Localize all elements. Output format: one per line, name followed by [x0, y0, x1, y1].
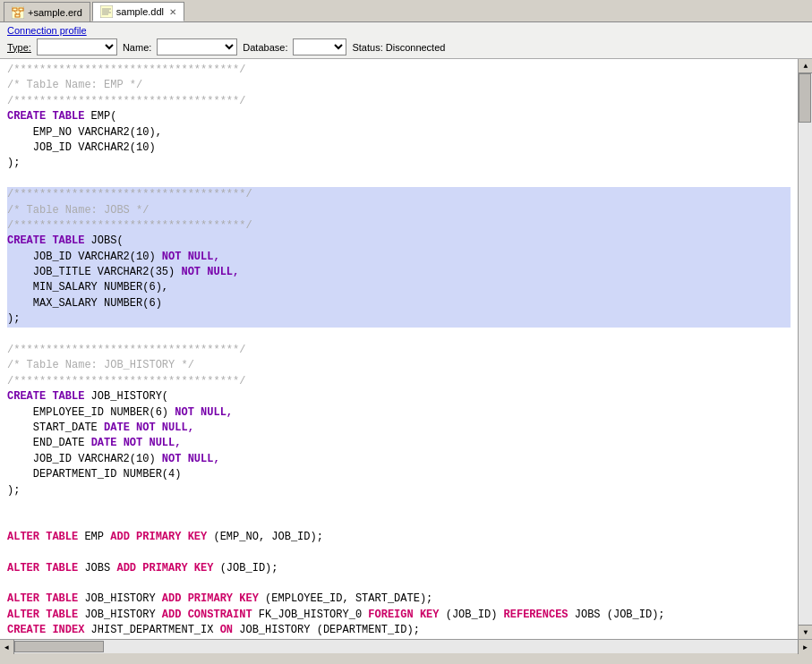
code-line: ); — [7, 483, 791, 498]
code-comment: /* Table Name: JOBS */ — [7, 203, 791, 218]
keyword: NOT NULL, — [136, 421, 194, 434]
code-comment: /***********************************/ — [7, 95, 245, 107]
connection-profile-link[interactable]: Connection profile — [7, 25, 805, 36]
code-editor[interactable]: /***********************************/ /*… — [0, 59, 798, 639]
code-line: CREATE INDEX JHIST_DEPARTMENT_IX ON JOB_… — [7, 623, 791, 638]
code-text: ); — [7, 157, 20, 169]
scrollbar-down-button[interactable]: ▼ — [799, 625, 812, 639]
keyword-alter: ALTER TABLE — [7, 592, 78, 605]
code-line: ALTER TABLE EMP ADD PRIMARY KEY (EMP_NO,… — [7, 530, 791, 545]
svg-rect-6 — [100, 5, 113, 18]
code-text: EMP — [78, 531, 110, 543]
ddl-file-icon — [100, 5, 113, 18]
code-text: JOB_HISTORY (DEPARTMENT_ID); — [233, 624, 420, 636]
tab-ddl-close[interactable]: ✕ — [169, 7, 176, 17]
code-text: JOBS( — [84, 234, 123, 247]
database-label: Database: — [243, 42, 287, 53]
keyword: NOT NULL, — [175, 406, 233, 419]
tab-erd-label: +sample.erd — [28, 7, 82, 18]
code-text: (JOB_ID) — [440, 609, 504, 621]
code-line: ); — [7, 311, 791, 327]
keyword: CREATE TABLE — [7, 390, 84, 403]
code-text: MIN_SALARY NUMBER(6), — [7, 281, 168, 294]
code-text — [116, 437, 123, 449]
vertical-scrollbar[interactable]: ▲ ▼ — [798, 59, 812, 639]
code-line: MIN_SALARY NUMBER(6), — [7, 280, 791, 295]
code-line: JOB_ID VARCHAR2(10) — [7, 140, 791, 156]
keyword-alter: ADD PRIMARY KEY — [162, 592, 259, 605]
code-text: JOB_ID VARCHAR2(10) — [7, 453, 162, 465]
code-text: JOB_ID VARCHAR2(10) — [7, 141, 156, 154]
keyword-alter: ADD CONSTRAINT — [162, 609, 252, 621]
code-text: DEPARTMENT_ID NUMBER(4) — [7, 468, 181, 481]
editor-area: /***********************************/ /*… — [0, 59, 812, 653]
keyword-alter: ALTER TABLE — [7, 562, 78, 575]
tab-bar: +sample.erd sample.ddl ✕ — [0, 0, 812, 22]
code-text: (EMPLOYEE_ID, START_DATE); — [259, 592, 432, 605]
keyword-alter: CREATE INDEX — [7, 624, 84, 636]
code-line: MAX_SALARY NUMBER(6) — [7, 296, 791, 311]
h-scrollbar-thumb[interactable] — [14, 641, 104, 652]
code-text: (EMP_NO, JOB_ID); — [207, 531, 323, 543]
code-line: EMP_NO VARCHAR2(10), — [7, 125, 791, 140]
h-scrollbar-right-button[interactable]: ► — [798, 640, 812, 654]
code-comment: /***********************************/ — [7, 375, 245, 387]
code-line: CREATE TABLE JOB_HISTORY( — [7, 389, 791, 404]
code-text: JOB_HISTORY — [78, 592, 162, 605]
code-line: JOB_ID VARCHAR2(10) NOT NULL, — [7, 250, 791, 265]
code-text: JOBS (JOB_ID); — [568, 609, 665, 621]
code-line: EMPLOYEE_ID NUMBER(6) NOT NULL, — [7, 405, 791, 421]
code-comment: /***********************************/ — [7, 64, 245, 76]
code-text: EMP( — [84, 110, 116, 123]
type-label: Type: — [7, 42, 31, 53]
keyword-alter: ADD PRIMARY KEY — [116, 562, 213, 575]
code-text: (JOB_ID); — [213, 562, 278, 575]
code-text: START_DATE — [7, 421, 104, 434]
tab-erd[interactable]: +sample.erd — [4, 2, 90, 21]
code-comment: /************************************/ — [7, 218, 791, 234]
tab-ddl-label: sample.ddl — [116, 6, 164, 17]
code-line: ); — [7, 156, 791, 171]
scrollbar-thumb[interactable] — [799, 73, 811, 123]
keyword-alter: ALTER TABLE — [7, 531, 78, 543]
h-scrollbar-left-button[interactable]: ◄ — [0, 640, 14, 654]
code-line: JOB_TITLE VARCHAR2(35) NOT NULL, — [7, 265, 791, 280]
code-line: START_DATE DATE NOT NULL, — [7, 421, 791, 436]
code-line: ALTER TABLE JOB_HISTORY ADD CONSTRAINT F… — [7, 608, 791, 623]
code-comment: /* Table Name: JOB_HISTORY */ — [7, 359, 194, 371]
code-text: ); — [7, 484, 20, 497]
scrollbar-track[interactable] — [799, 73, 812, 625]
keyword-alter: ALTER TABLE — [7, 609, 78, 621]
code-text: FK_JOB_HISTORY_0 — [252, 609, 369, 621]
code-comment: /***********************************/ — [7, 344, 245, 356]
code-text: JOB_HISTORY — [78, 609, 162, 621]
connection-profile-bar: Connection profile Type: Name: Database:… — [0, 22, 812, 59]
keyword: NOT NULL, — [162, 453, 220, 465]
keyword-alter: ON — [220, 624, 233, 636]
keyword: NOT NULL, — [162, 251, 220, 263]
database-select[interactable] — [293, 38, 346, 55]
keyword-alter: FOREIGN KEY — [368, 609, 439, 621]
code-text: JOB_TITLE VARCHAR2(35) — [7, 266, 181, 278]
code-text: JOBS — [78, 562, 116, 575]
code-line: END_DATE DATE NOT NULL, — [7, 436, 791, 451]
code-line: CREATE TABLE EMP( — [7, 109, 791, 124]
h-scrollbar-track[interactable] — [14, 640, 798, 653]
code-text: MAX_SALARY NUMBER(6) — [7, 297, 162, 310]
horizontal-scrollbar-container: ◄ ► — [0, 639, 812, 653]
name-select[interactable] — [157, 38, 237, 55]
tab-ddl[interactable]: sample.ddl ✕ — [92, 2, 184, 21]
code-content: /***********************************/ /*… — [0, 59, 798, 639]
keyword: DATE — [91, 437, 117, 449]
keyword: CREATE TABLE — [7, 234, 84, 247]
code-text: EMPLOYEE_ID NUMBER(6) — [7, 406, 175, 419]
code-text: END_DATE — [7, 437, 91, 449]
name-label: Name: — [123, 42, 151, 53]
code-text — [130, 421, 136, 434]
erd-file-icon — [12, 6, 24, 19]
code-text: JHIST_DEPARTMENT_IX — [84, 624, 219, 636]
scrollbar-up-button[interactable]: ▲ — [799, 59, 812, 73]
code-text: JOB_HISTORY( — [84, 390, 168, 403]
type-select[interactable] — [37, 38, 117, 55]
code-text: JOB_ID VARCHAR2(10) — [7, 251, 162, 263]
